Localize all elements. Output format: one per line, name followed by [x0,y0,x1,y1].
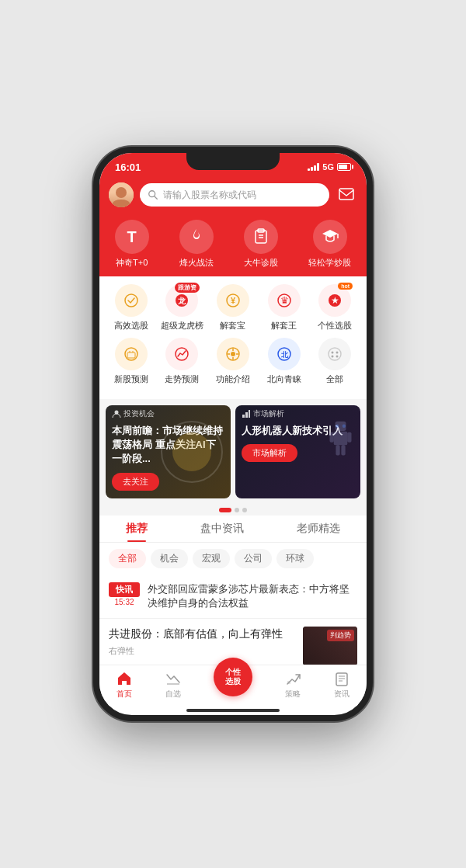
nav-watchlist[interactable]: 自选 [165,670,182,700]
svg-point-34 [336,356,339,358]
nav-news-label: 资讯 [334,689,350,700]
grid-label-trend: 走势预测 [165,373,199,385]
king-icon: ♛ [276,292,293,309]
filter-all[interactable]: 全部 [109,549,146,568]
quick-tool-t0[interactable]: T 神奇T+0 [115,220,149,269]
search-bar[interactable]: 请输入股票名称或代码 [140,183,329,207]
tab-teacher[interactable]: 老师精选 [297,522,340,542]
svg-rect-40 [334,432,348,446]
banner-right-btn[interactable]: 市场解析 [242,444,297,462]
svg-point-17 [125,348,137,360]
grid-item-personal[interactable]: ★ hot 个性选股 [311,284,358,332]
nav-news[interactable]: 资讯 [333,670,350,700]
ipo-icon [123,345,140,363]
tab-recommend[interactable]: 推荐 [126,522,148,542]
grid-item-unlock[interactable]: ¥ 解套宝 [210,284,256,332]
tool-label-t0: 神奇T+0 [116,257,148,269]
unlock-icon: ¥ [224,292,242,309]
north-icon: 北 [276,345,293,363]
search-icon [148,189,158,200]
grid-label-ipo: 新股预测 [114,373,148,385]
header: 请输入股票名称或代码 [99,178,367,215]
phone-frame: 16:01 5G 请输入股票名称或代 [93,147,373,721]
tool-label-fire: 烽火战法 [179,257,214,269]
person-icon [112,409,121,418]
network-label: 5G [322,162,334,172]
dragon-badge: 跟游资 [175,283,200,293]
news-icon [333,670,350,687]
grid-label-select: 高效选股 [114,320,148,332]
grid-row-2: 新股预测 走势预测 [106,338,360,385]
svg-line-1 [155,196,158,200]
strategy-icon [284,670,301,687]
tool-label-bull: 大牛诊股 [244,257,278,269]
quick-tool-learn[interactable]: 轻松学炒股 [308,220,351,269]
bull-icon [252,227,270,246]
svg-rect-2 [339,189,353,200]
personal-badge: hot [338,283,353,290]
filter-company[interactable]: 公司 [235,549,272,568]
dragon-icon: 龙 [173,292,190,309]
grid-item-func[interactable]: 功能介绍 [210,338,256,385]
grid-item-north[interactable]: 北 北向青睐 [261,338,308,385]
news-text-1: 外交部回应雷蒙多涉芯片最新表态：中方将坚决维护自身的合法权益 [148,582,357,610]
personal-icon: ★ [326,292,343,309]
svg-rect-42 [347,432,351,443]
grid-label-unlock: 解套宝 [220,320,245,332]
filter-row: 全部 机会 宏观 公司 环球 [99,543,367,575]
all-icon [326,345,343,363]
bottom-nav: 首页 自选 个性选股 策略 [99,665,367,706]
grid-item-ipo[interactable]: 新股预测 [108,338,155,385]
grid-row-1: 高效选股 龙 跟游资 超级龙虎榜 [106,284,360,332]
filter-chance[interactable]: 机会 [151,549,188,568]
signal-icon [308,163,319,171]
svg-text:★: ★ [331,295,339,306]
grid-item-king[interactable]: ♛ 解套王 [261,284,308,332]
svg-point-46 [343,425,346,428]
dot-2 [235,508,239,512]
chart-icon [242,409,251,418]
filter-macro[interactable]: 宏观 [193,549,230,568]
svg-rect-44 [341,445,345,455]
quick-tools: T 神奇T+0 烽火战法 大牛诊股 [99,215,367,276]
fire-icon [187,227,206,246]
status-time: 16:01 [115,161,141,173]
message-icon[interactable] [336,184,357,206]
filter-global[interactable]: 环球 [276,549,314,568]
banner-card-right[interactable]: 市场解析 人形机器人新技术引入 市场解析 [235,405,360,498]
grid-label-all: 全部 [326,373,343,385]
svg-rect-43 [336,445,339,455]
phone-notch [186,153,280,170]
quick-tool-fire[interactable]: 烽火战法 [179,220,214,269]
select-icon [123,292,140,309]
svg-rect-36 [242,415,245,418]
robot-icon [327,417,354,460]
grid-label-func: 功能介绍 [216,373,250,385]
dot-3 [242,508,247,512]
nav-center[interactable]: 个性选股 [214,673,252,696]
nav-strategy[interactable]: 策略 [284,670,301,700]
news-item-1[interactable]: 快讯 15:32 外交部回应雷蒙多涉芯片最新表态：中方将坚决维护自身的合法权益 [99,575,367,619]
func-icon [224,345,242,363]
grid-label-north: 北向青睐 [267,373,301,385]
banner-card-left[interactable]: 投资机会 本周前瞻：市场继续维持震荡格局 重点关注AI下一阶段... 去关注 [106,405,231,498]
svg-rect-37 [245,412,248,418]
svg-point-32 [336,352,339,354]
grid-item-all[interactable]: 全部 [311,338,358,385]
quick-tool-bull[interactable]: 大牛诊股 [244,220,278,269]
nav-strategy-label: 策略 [285,689,301,700]
banner-left-btn[interactable]: 去关注 [112,473,159,491]
grid-label-personal: 个性选股 [318,320,352,332]
grid-item-trend[interactable]: 走势预测 [158,338,205,385]
svg-rect-48 [287,681,290,684]
nav-home[interactable]: 首页 [116,670,133,700]
nav-personal-select[interactable]: 个性选股 [214,658,252,696]
news-badge-1: 快讯 [109,582,140,597]
banner-section: 投资机会 本周前瞻：市场继续维持震荡格局 重点关注AI下一阶段... 去关注 市… [99,399,367,505]
tab-intraday[interactable]: 盘中资讯 [200,522,244,542]
grid-item-select[interactable]: 高效选股 [108,284,155,332]
svg-point-8 [125,294,137,307]
svg-text:龙: 龙 [177,297,186,305]
avatar[interactable] [109,182,134,207]
grid-item-dragon[interactable]: 龙 跟游资 超级龙虎榜 [158,284,205,332]
